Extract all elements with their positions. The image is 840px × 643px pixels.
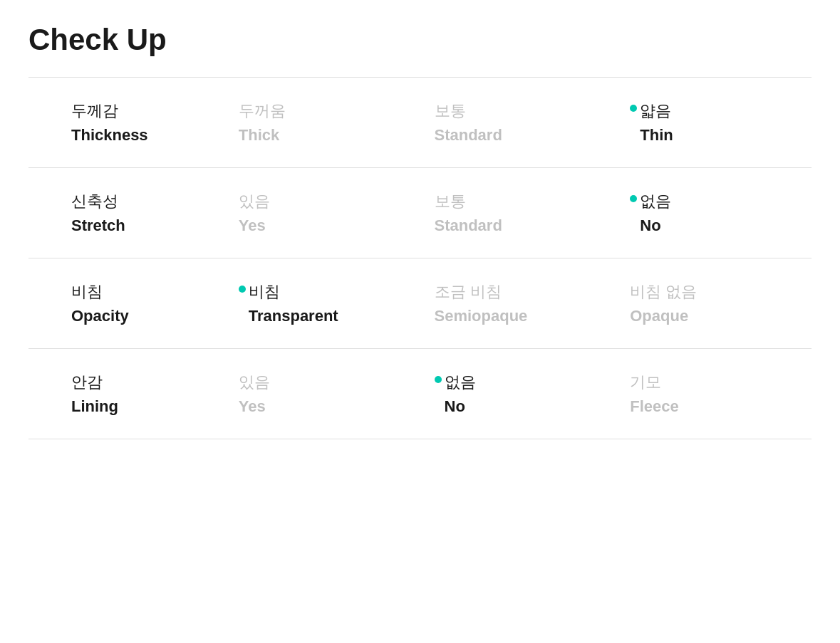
option-english-opacity-1: Semiopaque <box>435 307 602 325</box>
option-english-stretch-1: Standard <box>435 216 602 235</box>
label-english-stretch: Stretch <box>71 216 210 235</box>
label-korean-opacity: 비침 <box>71 281 210 303</box>
option-korean-opacity-2: 비침 없음 <box>630 281 797 303</box>
option-korean-thickness-1: 보통 <box>435 100 602 122</box>
option-stretch-1[interactable]: 보통 Standard <box>420 168 616 258</box>
row-opacity: 비침 Opacity 비침 Transparent 조금 비침 Semiopaq… <box>28 258 812 349</box>
label-korean-thickness: 두께감 <box>71 100 210 122</box>
selected-dot-thickness <box>630 105 637 112</box>
option-korean-lining-2: 기모 <box>630 372 797 393</box>
option-korean-stretch-0: 있음 <box>239 191 406 212</box>
option-english-lining-1: No <box>445 397 476 416</box>
option-english-thickness-1: Standard <box>435 126 602 145</box>
option-english-lining-0: Yes <box>239 397 406 416</box>
option-korean-stretch-1: 보통 <box>435 191 602 212</box>
label-english-thickness: Thickness <box>71 126 210 145</box>
label-korean-lining: 안감 <box>71 372 210 393</box>
option-korean-lining-1: 없음 <box>445 372 476 393</box>
label-lining: 안감 Lining <box>28 349 224 439</box>
option-korean-thickness-0: 두꺼움 <box>239 100 406 122</box>
option-thickness-0[interactable]: 두꺼움 Thick <box>224 78 420 168</box>
option-thickness-1[interactable]: 보통 Standard <box>420 78 616 168</box>
option-stretch-2[interactable]: 없음 No <box>616 168 812 258</box>
selected-dot-stretch <box>630 195 637 202</box>
option-english-lining-2: Fleece <box>630 397 797 416</box>
option-english-opacity-2: Opaque <box>630 307 797 325</box>
option-korean-stretch-2: 없음 <box>640 191 671 212</box>
label-korean-stretch: 신축성 <box>71 191 210 212</box>
label-opacity: 비침 Opacity <box>28 258 224 349</box>
option-korean-opacity-1: 조금 비침 <box>435 281 602 303</box>
selected-dot-lining <box>435 376 442 383</box>
row-lining: 안감 Lining 있음 Yes 없음 No <box>28 349 812 439</box>
option-english-thickness-2: Thin <box>640 126 673 145</box>
row-stretch: 신축성 Stretch 있음 Yes 보통 Standard <box>28 168 812 258</box>
option-korean-thickness-2: 얇음 <box>640 100 673 122</box>
label-thickness: 두께감 Thickness <box>28 78 224 168</box>
option-thickness-2[interactable]: 얇음 Thin <box>616 78 812 168</box>
option-stretch-0[interactable]: 있음 Yes <box>224 168 420 258</box>
option-lining-1[interactable]: 없음 No <box>420 349 616 439</box>
option-english-stretch-0: Yes <box>239 216 406 235</box>
label-stretch: 신축성 Stretch <box>28 168 224 258</box>
option-opacity-2[interactable]: 비침 없음 Opaque <box>616 258 812 349</box>
option-lining-0[interactable]: 있음 Yes <box>224 349 420 439</box>
option-opacity-0[interactable]: 비침 Transparent <box>224 258 420 349</box>
option-korean-opacity-0: 비침 <box>249 281 338 303</box>
check-table: 두께감 Thickness 두꺼움 Thick 보통 Standard <box>28 78 812 439</box>
row-thickness: 두께감 Thickness 두꺼움 Thick 보통 Standard <box>28 78 812 168</box>
selected-dot-opacity <box>239 286 246 293</box>
label-english-opacity: Opacity <box>71 307 210 325</box>
option-korean-lining-0: 있음 <box>239 372 406 393</box>
option-english-thickness-0: Thick <box>239 126 406 145</box>
label-english-lining: Lining <box>71 397 210 416</box>
option-english-opacity-0: Transparent <box>249 307 338 325</box>
page-title: Check Up <box>28 23 812 57</box>
option-lining-2[interactable]: 기모 Fleece <box>616 349 812 439</box>
option-opacity-1[interactable]: 조금 비침 Semiopaque <box>420 258 616 349</box>
option-english-stretch-2: No <box>640 216 671 235</box>
